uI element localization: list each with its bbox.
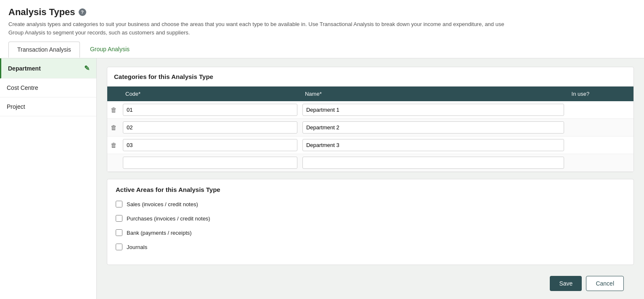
col-header-name: Name* xyxy=(300,87,567,101)
checkbox-journals[interactable] xyxy=(116,244,122,250)
page-header: Analysis Types ? Create analysis types a… xyxy=(0,0,644,58)
footer-actions: Save Cancel xyxy=(107,272,634,299)
sidebar-item-label-department: Department xyxy=(8,65,41,72)
checkbox-label-sales: Sales (invoices / credit notes) xyxy=(127,201,198,207)
page-title: Analysis Types xyxy=(8,7,75,18)
code-input-2[interactable] xyxy=(123,139,297,151)
save-button[interactable]: Save xyxy=(550,276,582,291)
col-header-code: Code* xyxy=(120,87,300,101)
checkbox-purchases[interactable] xyxy=(116,215,122,222)
sidebar-item-label-cost-centre: Cost Centre xyxy=(7,84,38,91)
page-description: Create analysis types and categories to … xyxy=(8,20,513,37)
active-areas-list: Sales (invoices / credit notes) Purchase… xyxy=(116,201,625,250)
inuse-cell-3 xyxy=(567,154,633,172)
code-input-3[interactable] xyxy=(123,157,297,169)
delete-row-2[interactable]: 🗑 xyxy=(110,141,118,150)
delete-row-1[interactable]: 🗑 xyxy=(110,123,118,132)
sidebar-item-project[interactable]: Project xyxy=(0,97,96,116)
edit-icon[interactable]: ✎ xyxy=(84,64,90,72)
checkbox-label-bank: Bank (payments / receipts) xyxy=(127,230,192,236)
help-icon[interactable]: ? xyxy=(79,8,86,16)
inuse-cell-0 xyxy=(567,101,633,119)
sidebar-item-cost-centre[interactable]: Cost Centre xyxy=(0,79,96,97)
tabs-row: Transaction Analysis Group Analysis xyxy=(8,42,636,58)
checkbox-label-journals: Journals xyxy=(127,244,147,250)
active-areas-section: Active Areas for this Analysis Type Sale… xyxy=(107,179,633,265)
name-input-0[interactable] xyxy=(302,104,564,116)
col-header-actions xyxy=(107,87,120,101)
name-input-3[interactable] xyxy=(302,157,564,169)
code-input-0[interactable] xyxy=(123,104,297,116)
name-input-2[interactable] xyxy=(302,139,564,151)
inuse-cell-2 xyxy=(567,136,633,154)
cancel-button[interactable]: Cancel xyxy=(586,276,624,291)
checkbox-label-purchases: Purchases (invoices / credit notes) xyxy=(127,215,210,222)
categories-table: Code* Name* In use? 🗑 xyxy=(107,87,633,172)
checkbox-item-bank: Bank (payments / receipts) xyxy=(116,229,625,236)
categories-title: Categories for this Analysis Type xyxy=(107,67,633,87)
sidebar: Department ✎ Cost Centre Project xyxy=(0,58,97,299)
tab-transaction-analysis[interactable]: Transaction Analysis xyxy=(8,42,80,58)
main-layout: Department ✎ Cost Centre Project Categor… xyxy=(0,58,644,299)
active-areas-card: Active Areas for this Analysis Type Sale… xyxy=(107,179,634,265)
name-input-1[interactable] xyxy=(302,121,564,134)
tab-group-analysis[interactable]: Group Analysis xyxy=(82,42,138,58)
col-header-inuse: In use? xyxy=(567,87,633,101)
checkbox-bank[interactable] xyxy=(116,229,122,236)
code-input-1[interactable] xyxy=(123,121,297,134)
sidebar-item-department[interactable]: Department ✎ xyxy=(0,58,96,79)
checkbox-item-sales: Sales (invoices / credit notes) xyxy=(116,201,625,207)
checkbox-item-purchases: Purchases (invoices / credit notes) xyxy=(116,215,625,222)
sidebar-item-label-project: Project xyxy=(7,103,25,110)
categories-table-container: Code* Name* In use? 🗑 xyxy=(107,87,633,172)
inuse-cell-1 xyxy=(567,119,633,136)
active-areas-title: Active Areas for this Analysis Type xyxy=(116,186,625,193)
title-row: Analysis Types ? xyxy=(8,7,636,18)
checkbox-item-journals: Journals xyxy=(116,244,625,250)
checkbox-sales[interactable] xyxy=(116,201,122,207)
content-area: Categories for this Analysis Type Code* … xyxy=(97,58,644,299)
delete-row-0[interactable]: 🗑 xyxy=(110,105,118,114)
categories-card: Categories for this Analysis Type Code* … xyxy=(107,67,634,172)
